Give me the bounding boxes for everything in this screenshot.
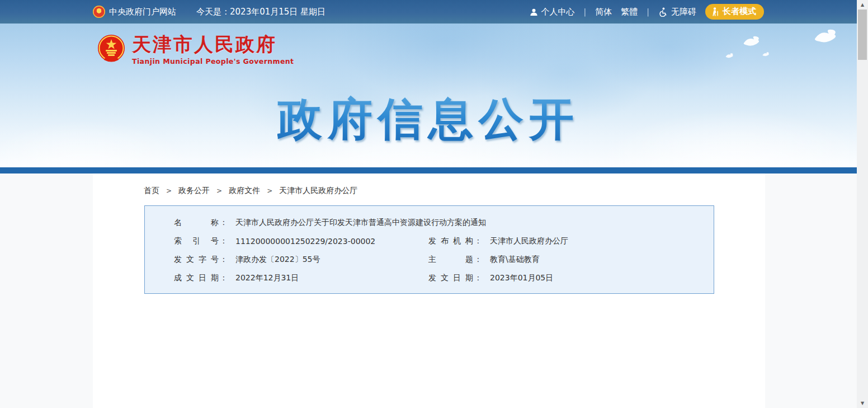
scrollbar-up-arrow-icon[interactable]: ▲	[857, 0, 868, 10]
doc-field-issue-date: 发文日期 ： 2023年01月05日	[428, 273, 553, 283]
topbar-separator: |	[647, 7, 649, 16]
page: 中央政府门户网站 今天是：2023年01月15日 星期日 个人中心 | 简体 繁…	[0, 0, 868, 408]
doc-label-issuing-agency: 发布机构	[428, 236, 473, 246]
wheelchair-icon	[658, 7, 668, 17]
central-gov-portal-label: 中央政府门户网站	[109, 7, 176, 17]
colon: ：	[474, 236, 482, 246]
breadcrumb-separator: >	[267, 187, 272, 195]
doc-value-index-number: 111200000001250229/2023-00002	[235, 237, 375, 246]
banner-divider-bar	[0, 167, 857, 173]
doc-row-index: 索引号 ： 111200000001250229/2023-00002 发布机构…	[174, 232, 714, 250]
doc-label-document-number: 发文字号	[174, 255, 219, 265]
accessibility-link[interactable]: 无障碍	[658, 7, 696, 17]
banner: 天津市人民政府 Tianjin Municipal People's Gover…	[0, 24, 857, 167]
topbar-inner: 中央政府门户网站 今天是：2023年01月15日 星期日 个人中心 | 简体 繁…	[93, 0, 764, 24]
national-emblem-icon	[93, 6, 105, 18]
doc-label-subject: 主题	[428, 255, 473, 265]
colon: ：	[474, 255, 482, 265]
topbar-left: 中央政府门户网站 今天是：2023年01月15日 星期日	[93, 6, 326, 18]
elder-mode-button[interactable]: 长者模式	[705, 4, 764, 20]
colon: ：	[474, 273, 482, 283]
user-icon	[530, 8, 538, 16]
colon: ：	[220, 273, 228, 283]
doc-row-title: 名称 ： 天津市人民政府办公厅关于印发天津市普通高中资源建设行动方案的通知	[174, 213, 714, 232]
dove-icon	[725, 53, 734, 59]
breadcrumb-separator: >	[166, 187, 172, 195]
doc-field-title: 名称 ： 天津市人民政府办公厅关于印发天津市普通高中资源建设行动方案的通知	[174, 218, 486, 228]
doc-field-written-date: 成文日期 ： 2022年12月31日	[174, 273, 428, 283]
topbar: 中央政府门户网站 今天是：2023年01月15日 星期日 个人中心 | 简体 繁…	[0, 0, 857, 24]
doc-label-index-number: 索引号	[174, 236, 219, 246]
doc-label-title: 名称	[174, 218, 219, 228]
dove-icon	[812, 28, 838, 45]
doc-label-issue-date: 发文日期	[428, 273, 473, 283]
doc-value-subject: 教育\基础教育	[490, 255, 540, 265]
banner-title-wrap: 政府信息公开	[0, 90, 857, 150]
traditional-chinese-link[interactable]: 繁體	[621, 7, 638, 17]
personal-center-label: 个人中心	[541, 7, 575, 17]
doc-value-issue-date: 2023年01月05日	[490, 273, 553, 283]
doc-field-issuing-agency: 发布机构 ： 天津市人民政府办公厅	[428, 236, 568, 246]
colon: ：	[220, 218, 228, 228]
document-info-box: 名称 ： 天津市人民政府办公厅关于印发天津市普通高中资源建设行动方案的通知 索引…	[144, 205, 714, 294]
breadcrumb-government-affairs[interactable]: 政务公开	[178, 186, 210, 196]
breadcrumb-government-documents[interactable]: 政府文件	[229, 186, 260, 196]
doc-row-doc-number: 发文字号 ： 津政办发〔2022〕55号 主题 ： 教育\基础教育	[174, 250, 714, 269]
current-date-text: 今天是：2023年01月15日 星期日	[196, 7, 326, 17]
tianjin-gov-emblem-icon	[96, 34, 126, 64]
scrollbar-down-arrow-icon[interactable]: ▼	[857, 398, 868, 408]
breadcrumb-separator: >	[216, 187, 222, 195]
viewport: 中央政府门户网站 今天是：2023年01月15日 星期日 个人中心 | 简体 繁…	[0, 0, 857, 408]
simplified-chinese-link[interactable]: 简体	[595, 7, 612, 17]
doc-field-subject: 主题 ： 教育\基础教育	[428, 255, 540, 265]
elder-mode-label: 长者模式	[723, 6, 756, 17]
personal-center-link[interactable]: 个人中心	[530, 7, 575, 17]
site-name-en: Tianjin Municipal People's Government	[132, 57, 294, 65]
accessibility-label: 无障碍	[671, 7, 696, 17]
dove-icon	[742, 35, 761, 48]
page-title: 政府信息公开	[277, 90, 579, 150]
doc-value-written-date: 2022年12月31日	[235, 273, 299, 283]
topbar-separator: |	[584, 7, 587, 16]
central-gov-portal-link[interactable]: 中央政府门户网站	[93, 6, 176, 18]
breadcrumb-current: 天津市人民政府办公厅	[279, 186, 357, 196]
dove-icon	[762, 51, 770, 57]
doc-label-written-date: 成文日期	[174, 273, 219, 283]
doc-field-document-number: 发文字号 ： 津政办发〔2022〕55号	[174, 255, 428, 265]
doc-value-issuing-agency: 天津市人民政府办公厅	[490, 236, 568, 246]
site-name: 天津市人民政府	[132, 34, 294, 55]
topbar-right: 个人中心 | 简体 繁體 | 无障碍	[530, 4, 764, 20]
scrollbar-thumb[interactable]	[858, 10, 867, 60]
site-logo[interactable]: 天津市人民政府 Tianjin Municipal People's Gover…	[96, 34, 294, 65]
logo-text: 天津市人民政府 Tianjin Municipal People's Gover…	[132, 34, 294, 65]
colon: ：	[220, 236, 228, 246]
doc-row-dates: 成文日期 ： 2022年12月31日 发文日期 ： 2023年01月05日	[174, 269, 714, 287]
doc-field-index-number: 索引号 ： 111200000001250229/2023-00002	[174, 236, 428, 246]
doc-value-title: 天津市人民政府办公厅关于印发天津市普通高中资源建设行动方案的通知	[235, 218, 486, 228]
breadcrumb: 首页 > 政务公开 > 政府文件 > 天津市人民政府办公厅	[144, 186, 357, 196]
breadcrumb-home[interactable]: 首页	[144, 186, 159, 196]
doc-value-document-number: 津政办发〔2022〕55号	[235, 255, 320, 265]
vertical-scrollbar[interactable]: ▲ ▼	[857, 0, 868, 408]
elder-person-icon	[711, 7, 719, 16]
colon: ：	[220, 255, 228, 265]
main-content: 首页 > 政务公开 > 政府文件 > 天津市人民政府办公厅 名称 ： 天津市人民…	[93, 173, 765, 408]
